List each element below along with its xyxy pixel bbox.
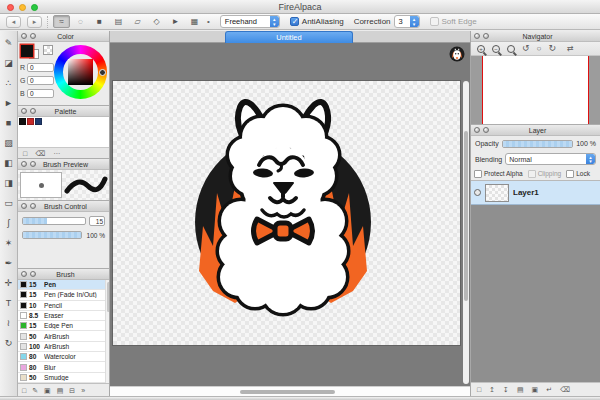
fit-window-icon[interactable]: ⇄ [567,44,574,53]
rotate-tool[interactable]: ↻ [1,334,16,354]
brush-size-value[interactable]: 15 [89,216,105,226]
diamond-icon[interactable]: ◇ [148,15,165,28]
brush-mode-select[interactable]: Freehand [220,15,280,28]
add-layer-icon[interactable]: □ [477,385,481,394]
brush-tool[interactable]: ✎ [1,34,16,54]
fill-tool[interactable]: ■ [1,114,16,134]
delete-brush-icon[interactable]: ⊟ [69,386,75,395]
brush-opacity-slider[interactable] [22,231,82,239]
color-wheel[interactable] [54,45,107,99]
rotate-cw-icon[interactable]: ↻ [548,44,556,53]
parallelogram-icon[interactable]: ▱ [129,15,146,28]
layer-up-icon[interactable]: ↥ [489,385,495,394]
collapse-right-panel-button[interactable]: ▸ [27,16,42,28]
stepper-icon[interactable] [270,16,279,27]
curve-tool[interactable]: ≀ [1,314,16,334]
zoom-out-icon[interactable]: − [492,45,500,53]
zoom-reset-icon[interactable] [507,45,515,53]
layer-down-icon[interactable]: ↧ [503,385,509,394]
rect-select-tool[interactable]: ▭ [1,194,16,214]
soft-edge-checkbox[interactable] [430,17,439,26]
canvas-vertical-scrollbar[interactable] [463,81,469,384]
rotate-reset-icon[interactable]: ○ [537,44,542,53]
panel-close-button[interactable] [21,203,27,209]
copy-brush-icon[interactable]: ▣ [44,386,51,395]
panel-close-button[interactable] [21,161,27,167]
clipping-checkbox[interactable] [528,170,536,178]
rotate-ccw-icon[interactable]: ↺ [522,44,530,53]
add-swatch-icon[interactable]: □ [23,149,27,158]
stepper-icon[interactable] [586,154,595,164]
panel-close-button[interactable] [474,127,480,133]
panel-close-button[interactable] [474,33,480,39]
brush-list-item[interactable]: 80 Blur [18,362,109,372]
delete-swatch-icon[interactable]: ⌫ [35,149,45,158]
blue-channel-field[interactable]: 0 [27,89,54,98]
transparent-color-swatch[interactable] [43,45,53,55]
move-tool[interactable]: ► [1,94,16,114]
eyedropper-tool[interactable]: ✒ [1,254,16,274]
panel-close-button[interactable] [21,33,27,39]
zoom-in-icon[interactable]: + [477,45,485,53]
canvas-area[interactable] [110,43,470,386]
brush-list-item[interactable]: 10 Pencil [18,301,109,311]
brush-list-item[interactable]: 50 Smudge [18,373,109,383]
lasso-tool[interactable]: ʃ [1,214,16,234]
stepper-icon[interactable] [410,16,419,27]
palette-swatch[interactable] [19,118,26,125]
saturation-value-square[interactable] [68,59,93,85]
navigator-preview[interactable] [471,56,600,124]
dot-tool[interactable]: ∴ [1,74,16,94]
text-tool[interactable]: T [1,294,16,314]
select-pen-tool[interactable]: ◧ [1,154,16,174]
brush-folder-icon[interactable]: ▤ [57,386,64,395]
palette-swatch[interactable] [35,118,42,125]
layer-row[interactable]: Layer1 [471,181,600,205]
lock-checkbox[interactable] [566,170,574,178]
select-eraser-tool[interactable]: ◨ [1,174,16,194]
panel-close-button[interactable] [21,271,27,277]
document-tab[interactable]: Untitled [225,31,353,43]
brush-list-scrollbar[interactable] [105,280,109,383]
green-channel-field[interactable]: 0 [27,76,54,85]
duplicate-layer-icon[interactable]: ▣ [532,385,539,394]
edit-brush-icon[interactable]: ✎ [32,386,38,395]
eraser-tool[interactable]: ◪ [1,54,16,74]
grid-icon[interactable]: ▦ [186,15,203,28]
merge-layer-icon[interactable]: ↵ [546,385,552,394]
collapse-left-panel-button[interactable]: ◂ [6,16,21,28]
fill-rect-icon[interactable]: ■ [91,15,108,28]
layer-folder-icon[interactable]: ▤ [517,385,524,394]
palette-swatch[interactable] [27,118,34,125]
canvas-horizontal-scrollbar[interactable] [110,386,470,396]
canvas-document[interactable] [112,80,461,346]
hand-tool[interactable]: ✛ [1,274,16,294]
brush-list-item[interactable]: 50 AirBrush [18,331,109,341]
panel-close-button[interactable] [21,108,27,114]
magic-wand-tool[interactable]: ✶ [1,234,16,254]
brush-list-item[interactable]: 100 AirBrush [18,342,109,352]
more-brushes-icon[interactable]: » [81,386,85,395]
freehand-stroke-icon[interactable]: ≈ [53,15,70,28]
brush-list-item[interactable]: 15 Pen (Fade In/Out) [18,290,109,300]
marquee-icon[interactable]: ◌ [72,15,89,28]
add-brush-icon[interactable]: □ [22,386,26,395]
gradient-tool[interactable]: ▨ [1,134,16,154]
brush-list-item[interactable]: 15 Edge Pen [18,321,109,331]
cursor-icon[interactable]: ► [167,15,184,28]
blending-select[interactable]: Normal [505,153,596,165]
brush-list-item[interactable]: 80 Watercolor [18,352,109,362]
antialiasing-checkbox[interactable] [290,17,299,26]
brush-list-item[interactable]: 8.5 Eraser [18,311,109,321]
protect-alpha-checkbox[interactable] [474,170,482,178]
red-channel-field[interactable]: 0 [27,63,54,72]
layer-visibility-icon[interactable] [474,189,481,196]
brush-list-item[interactable]: 15 Pen [18,280,109,290]
palette-more-icon[interactable]: ⋯ [53,149,60,158]
primary-color-swatch[interactable] [21,45,33,57]
rows-icon[interactable]: ▤ [110,15,127,28]
brush-size-slider[interactable] [22,217,86,225]
delete-layer-icon[interactable]: ⌫ [560,385,570,394]
correction-stepper[interactable]: 3 [394,15,420,28]
layer-opacity-slider[interactable] [502,140,573,148]
